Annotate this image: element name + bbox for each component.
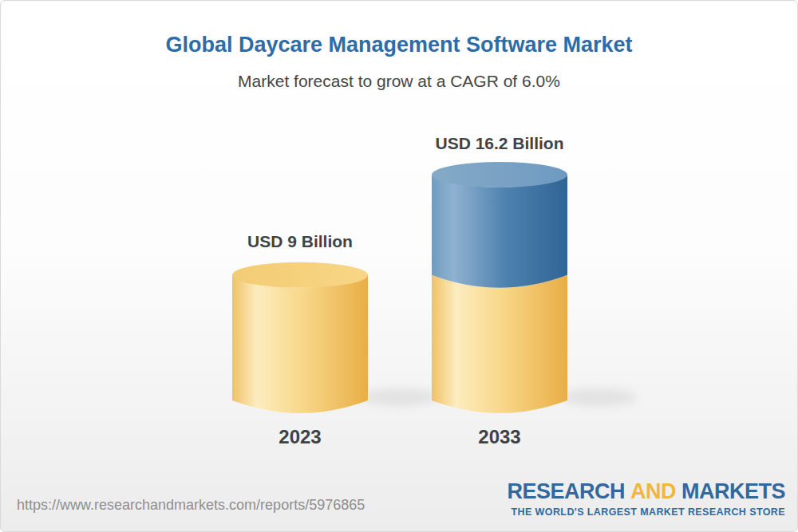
logo-word-markets: MARKETS — [681, 479, 785, 503]
report-url: https://www.researchandmarkets.com/repor… — [17, 497, 365, 514]
page-title: Global Daycare Management Software Marke… — [1, 33, 797, 57]
logo-word-and: AND — [630, 479, 676, 503]
research-and-markets-logo: RESEARCHANDMARKETS THE WORLD'S LARGEST M… — [507, 480, 785, 518]
page-subtitle: Market forecast to grow at a CAGR of 6.0… — [1, 72, 797, 91]
logo-word-research: RESEARCH — [507, 479, 625, 503]
logo-wordmark: RESEARCHANDMARKETS — [507, 480, 785, 504]
infographic-canvas: Global Daycare Management Software Marke… — [0, 0, 798, 532]
bar-2023-cylinder — [232, 262, 368, 413]
value-label-2023: USD 9 Billion — [247, 232, 353, 251]
category-label-2033: 2033 — [478, 426, 520, 448]
bar-2033-cylinder — [432, 162, 567, 413]
category-label-2023: 2023 — [279, 426, 321, 448]
logo-tagline: THE WORLD'S LARGEST MARKET RESEARCH STOR… — [507, 506, 785, 518]
value-label-2033: USD 16.2 Billion — [435, 134, 563, 153]
cylinder-shadow — [561, 388, 638, 406]
cylinder-shadow — [361, 388, 438, 406]
